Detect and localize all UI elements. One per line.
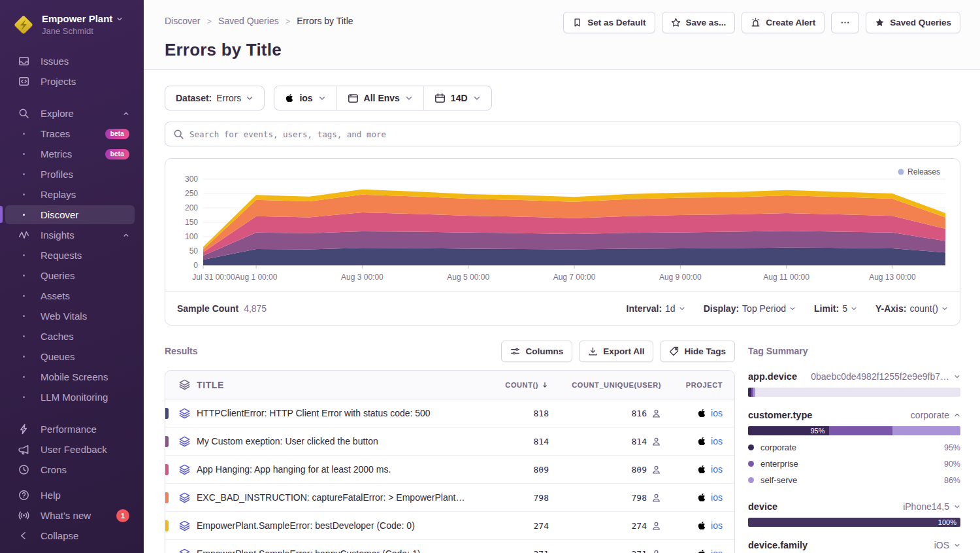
sidebar-item-traces[interactable]: Tracesbeta bbox=[0, 124, 144, 144]
create-alert-button[interactable]: Create Alert bbox=[742, 12, 825, 33]
user-icon bbox=[651, 548, 661, 553]
tag-bar-segment: 95% bbox=[748, 426, 829, 435]
tag-legend-item[interactable]: enterprise90% bbox=[748, 456, 960, 472]
count-value: 809 bbox=[534, 465, 549, 475]
svg-text:Jul 31 00:00: Jul 31 00:00 bbox=[192, 273, 235, 282]
y-axis-selector[interactable]: Y-Axis:count() bbox=[875, 303, 948, 314]
tag-name: device bbox=[748, 501, 777, 512]
tag-legend-item[interactable]: self-serve86% bbox=[748, 472, 960, 488]
org-switcher[interactable]: Empower Plant Jane Schmidt bbox=[0, 9, 144, 44]
breadcrumb-discover[interactable]: Discover bbox=[165, 16, 200, 26]
project-link[interactable]: ios bbox=[711, 436, 723, 446]
chevron-left-icon bbox=[18, 530, 29, 541]
sidebar-item-label: Projects bbox=[41, 76, 76, 87]
sidebar-item-performance[interactable]: Performance bbox=[0, 419, 144, 439]
sidebar-item-assets[interactable]: Assets bbox=[0, 286, 144, 306]
table-row[interactable]: EXC_BAD_INSTRUCTION: captureFatalError: … bbox=[165, 484, 734, 512]
interval-selector[interactable]: Interval:1d bbox=[627, 303, 685, 314]
series-color-bar bbox=[165, 464, 169, 475]
sidebar-item-profiles[interactable]: Profiles bbox=[0, 164, 144, 184]
apple-icon bbox=[697, 521, 706, 530]
table-row[interactable]: My Custom exeption: User clicked the but… bbox=[165, 427, 734, 456]
sidebar-item-explore[interactable]: Explore bbox=[0, 103, 144, 124]
more-options-button[interactable] bbox=[831, 12, 859, 33]
chart-footer: Sample Count4,875 Interval:1dDisplay:Top… bbox=[165, 291, 960, 325]
sidebar-item-user-feedback[interactable]: User Feedback bbox=[0, 439, 144, 460]
tag-distribution-bar[interactable]: 100% bbox=[748, 518, 960, 527]
sidebar-item-queues[interactable]: Queues bbox=[0, 346, 144, 367]
table-row[interactable]: App Hanging: App hanging for at least 20… bbox=[165, 456, 734, 484]
column-header-project[interactable]: PROJECT bbox=[661, 381, 734, 389]
sidebar-item-mobile-screens[interactable]: Mobile Screens bbox=[0, 367, 144, 387]
table-row[interactable]: EmpowerPlant.SampleError: bestDeveloper … bbox=[165, 512, 734, 540]
tag-legend-item[interactable]: corporate95% bbox=[748, 439, 960, 456]
tag-name: app.device bbox=[748, 371, 797, 382]
table-row[interactable]: EmpowerPlant.SampleError: happyCustomer … bbox=[165, 540, 734, 553]
search-input[interactable] bbox=[189, 129, 952, 139]
project-link[interactable]: ios bbox=[711, 548, 723, 553]
project-link[interactable]: ios bbox=[711, 520, 723, 531]
stacked-area-chart: 050100150200250300Jul 31 00:00Aug 1 00:0… bbox=[176, 165, 951, 288]
chevron-up-icon bbox=[123, 232, 129, 239]
results-heading: Results bbox=[165, 346, 198, 356]
breadcrumb-saved-queries[interactable]: Saved Queries bbox=[218, 16, 279, 26]
table-row[interactable]: HTTPClientError: HTTP Client Error with … bbox=[165, 399, 734, 427]
layers-icon bbox=[179, 379, 190, 390]
sidebar-item-issues[interactable]: Issues bbox=[0, 51, 144, 71]
sidebar-item-insights[interactable]: Insights bbox=[0, 225, 144, 245]
tag-section-toggle[interactable]: deviceiPhone14,5 bbox=[748, 501, 960, 512]
column-header-title[interactable]: TITLE bbox=[197, 380, 476, 390]
sort-descending-icon bbox=[541, 381, 549, 389]
tag-section-toggle[interactable]: device.familyiOS bbox=[748, 540, 960, 550]
svg-text:100: 100 bbox=[185, 232, 198, 241]
tag-section-toggle[interactable]: app.device0baebc0de4982f1255f2e9e9fb7… bbox=[748, 371, 960, 382]
bullet-icon bbox=[17, 173, 30, 175]
limit-selector[interactable]: Limit:5 bbox=[814, 303, 857, 314]
project-link[interactable]: ios bbox=[711, 408, 723, 418]
save-as-button[interactable]: Save as... bbox=[662, 12, 736, 33]
sidebar-item-caches[interactable]: Caches bbox=[0, 326, 144, 346]
sidebar-collapse-button[interactable]: Collapse bbox=[0, 526, 144, 546]
project-link[interactable]: ios bbox=[711, 464, 723, 475]
columns-button[interactable]: Columns bbox=[501, 341, 572, 362]
column-header-count-unique-user[interactable]: COUNT_UNIQUE(USER) bbox=[549, 381, 661, 389]
org-name: Empower Plant bbox=[42, 13, 112, 24]
sidebar-item-help[interactable]: Help bbox=[0, 485, 144, 505]
events-chart[interactable]: 050100150200250300Jul 31 00:00Aug 1 00:0… bbox=[165, 159, 960, 291]
sidebar-item-crons[interactable]: Crons bbox=[0, 460, 144, 480]
svg-text:300: 300 bbox=[185, 175, 198, 184]
set-as-default-button[interactable]: Set as Default bbox=[563, 12, 655, 33]
dataset-selector[interactable]: Dataset: Errors bbox=[165, 86, 265, 110]
page-title: Errors by Title bbox=[165, 40, 960, 60]
sidebar-item-queries[interactable]: Queries bbox=[0, 265, 144, 286]
sidebar-item-replays[interactable]: Replays bbox=[0, 184, 144, 205]
legend-releases[interactable]: Releases bbox=[898, 167, 941, 176]
project-link[interactable]: ios bbox=[711, 492, 723, 503]
export-all-button[interactable]: Export All bbox=[579, 341, 653, 362]
legend-percent: 95% bbox=[944, 443, 960, 452]
sidebar-item-llm-monitoring[interactable]: LLM Monitoring bbox=[0, 387, 144, 407]
sidebar-item-metrics[interactable]: Metricsbeta bbox=[0, 144, 144, 164]
apple-icon bbox=[697, 409, 706, 418]
column-header-count[interactable]: COUNT() bbox=[476, 381, 549, 389]
display-selector[interactable]: Display:Top Period bbox=[704, 303, 796, 314]
saved-queries-button[interactable]: Saved Queries bbox=[866, 12, 960, 33]
sidebar-item-discover[interactable]: Discover bbox=[0, 205, 144, 225]
tag-distribution-bar[interactable] bbox=[748, 388, 960, 397]
collapse-label: Collapse bbox=[41, 530, 78, 541]
environment-filter[interactable]: All Envs bbox=[336, 86, 423, 110]
sidebar-item-web-vitals[interactable]: Web Vitals bbox=[0, 306, 144, 326]
sidebar-item-what-s-new[interactable]: What's new1 bbox=[0, 505, 144, 526]
sidebar-item-requests[interactable]: Requests bbox=[0, 245, 144, 265]
date-range-filter[interactable]: 14D bbox=[423, 86, 491, 110]
control-value: 1d bbox=[665, 303, 676, 314]
tag-distribution-bar[interactable]: 95% bbox=[748, 426, 960, 435]
date-range-value: 14D bbox=[451, 93, 468, 103]
button-label: Hide Tags bbox=[684, 346, 726, 356]
hide-tags-button[interactable]: Hide Tags bbox=[660, 341, 735, 362]
sidebar-item-projects[interactable]: Projects bbox=[0, 71, 144, 92]
tag-top-value: iOS bbox=[934, 540, 949, 550]
tag-section-device-family: device.familyiOS100% bbox=[748, 540, 960, 553]
tag-section-toggle[interactable]: customer.typecorporate bbox=[748, 410, 960, 420]
project-filter[interactable]: ios bbox=[274, 86, 336, 110]
